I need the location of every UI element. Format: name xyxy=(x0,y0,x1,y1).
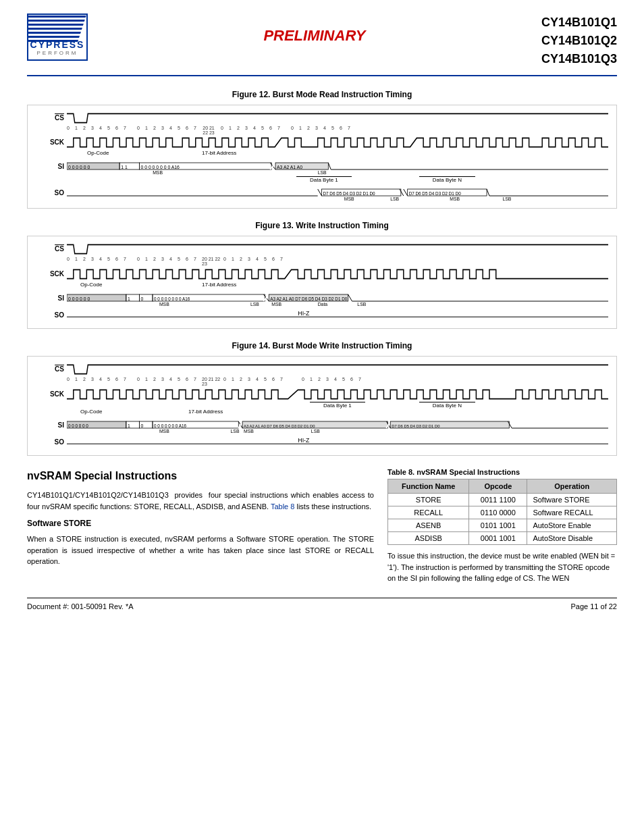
svg-text:Data: Data xyxy=(318,302,328,307)
svg-text:A3 A2 A1 A0 D7 D6 D5 D4 D3 D2 : A3 A2 A1 A0 D7 D6 D5 D4 D3 D2 D1 D0 xyxy=(270,296,348,301)
svg-text:MSB: MSB xyxy=(153,170,163,175)
cell-r0-c0: STORE xyxy=(388,494,469,506)
cell-r1-c2: Software RECALL xyxy=(527,506,617,519)
si-row-fig12: SI 0 0 0 0 0 0 1 1 0 0 0 0 0 0 0 0 A16 xyxy=(36,157,608,175)
figure-13-diagram: CS 01234567 01234567 20 21 22 23 0123456… xyxy=(27,236,617,329)
sck-wave-14 xyxy=(67,387,608,400)
svg-text:LSB: LSB xyxy=(318,170,327,175)
cell-r3-c2: AutoStore Disable xyxy=(527,532,617,545)
table-header-row: Function Name Opcode Operation xyxy=(388,479,617,494)
cs-label-13: CS xyxy=(36,245,67,253)
cell-r3-c0: ASDISB xyxy=(388,532,469,545)
cell-r0-c2: Software STORE xyxy=(527,494,617,506)
cell-r2-c2: AutoStore Enable xyxy=(527,519,617,532)
logo-sub: PERFORM xyxy=(37,50,78,56)
sck-label: SCK xyxy=(36,138,67,146)
svg-text:0 0 0 0 0 0 0 0 A16: 0 0 0 0 0 0 0 0 A16 xyxy=(154,296,190,301)
table8-link[interactable]: Table 8 xyxy=(271,502,294,511)
preliminary-label: PRELIMINARY xyxy=(88,14,541,45)
table8-caption: Table 8. nvSRAM Special Instructions xyxy=(387,468,617,476)
figure-14-caption: Figure 14. Burst Mode Write Instruction … xyxy=(27,341,617,350)
figure-14-diagram: CS 01234567 01234567 20 21 22 23 0123456… xyxy=(27,356,617,456)
cs-label-14: CS xyxy=(36,365,67,373)
si-row-fig13: SI 0 0 0 0 0 0 1 0 0 0 0 0 0 0 0 0 A16 xyxy=(36,289,608,307)
cs-row-fig12: CS xyxy=(36,111,608,124)
table-row: RECALL0110 0000Software RECALL xyxy=(388,506,617,519)
table-note: To issue this instruction, the device mu… xyxy=(387,550,617,584)
part-numbers: CY14B101Q1 CY14B101Q2 CY14B101Q3 xyxy=(541,14,617,68)
so-wave-13: HI-Z xyxy=(67,308,608,321)
svg-text:0  0  0  0  0  0: 0 0 0 0 0 0 xyxy=(68,296,90,301)
page-number: Page 11 of 22 xyxy=(570,602,617,610)
so-row-fig14: SO HI-Z xyxy=(36,435,608,448)
col-operation: Operation xyxy=(527,479,617,494)
left-text-area: nvSRAM Special Instructions CY14B101Q1/C… xyxy=(27,468,374,584)
svg-text:D7 D6 D5 D4 D3 D2 D1 D0: D7 D6 D5 D4 D3 D2 D1 D0 xyxy=(392,424,440,428)
figure-12-diagram: CS 01234567 01234567 20 21 22 23 0123456… xyxy=(27,105,617,209)
svg-text:LSB: LSB xyxy=(231,429,240,434)
svg-text:0 0 0 0 0 0 0 0 A16: 0 0 0 0 0 0 0 0 A16 xyxy=(141,165,180,170)
svg-text:D7 D6 D5 D4 D3 D2 D1 D0: D7 D6 D5 D4 D3 D2 D1 D0 xyxy=(409,191,462,196)
so-wave-14: HI-Z xyxy=(67,435,608,448)
si-wave: 0 0 0 0 0 0 1 1 0 0 0 0 0 0 0 0 A16 A3 A… xyxy=(67,157,608,175)
si-label-14: SI xyxy=(36,421,67,429)
bottom-section: nvSRAM Special Instructions CY14B101Q1/C… xyxy=(27,468,617,584)
numbers-fig12: 01234567 01234567 20 21 22 23 01234567 0… xyxy=(67,126,608,135)
part-number-1: CY14B101Q1 xyxy=(541,14,617,32)
cell-r0-c1: 0011 1100 xyxy=(469,494,527,506)
si-label-13: SI xyxy=(36,294,67,302)
data-byte-annotation: Data Byte 1 Data Byte N xyxy=(67,176,608,183)
sck-row-fig13: SCK xyxy=(36,267,608,280)
svg-text:1  1: 1 1 xyxy=(121,165,128,170)
svg-text:0  0  0  0  0  0: 0 0 0 0 0 0 xyxy=(68,165,90,170)
table-row: ASDISB0001 1001AutoStore Disable xyxy=(388,532,617,545)
part-number-2: CY14B101Q2 xyxy=(541,32,617,50)
svg-text:0: 0 xyxy=(141,296,144,301)
cs-row-fig14: CS xyxy=(36,362,608,375)
cs-wave xyxy=(67,111,608,124)
svg-line-21 xyxy=(404,189,408,196)
figure-14: Figure 14. Burst Mode Write Instruction … xyxy=(27,341,617,456)
so-wave: D7 D6 D5 D4 D3 D2 D1 D0 D7 D6 D5 D4 D3 D… xyxy=(67,184,608,201)
svg-text:1: 1 xyxy=(128,423,130,428)
svg-text:HI-Z: HI-Z xyxy=(298,437,309,444)
logo-stripes xyxy=(28,15,86,42)
cs-label: CS xyxy=(36,114,67,122)
svg-line-24 xyxy=(487,189,489,196)
svg-line-12 xyxy=(328,163,331,170)
sw-store-heading: Software STORE xyxy=(27,517,374,529)
so-label-14: SO xyxy=(36,438,67,446)
page-footer: Document #: 001-50091 Rev. *A Page 11 of… xyxy=(27,598,617,610)
table8-area: Table 8. nvSRAM Special Instructions Fun… xyxy=(387,468,617,584)
nvsram-heading: nvSRAM Special Instructions xyxy=(27,468,374,484)
figure-12: Figure 12. Burst Mode Read Instruction T… xyxy=(27,90,617,209)
cs-wave-14 xyxy=(67,362,608,375)
sck-row-fig12: SCK xyxy=(36,135,608,149)
so-label-13: SO xyxy=(36,311,67,319)
svg-text:MSB: MSB xyxy=(271,302,281,307)
cell-r1-c1: 0110 0000 xyxy=(469,506,527,519)
svg-text:MSB: MSB xyxy=(159,429,169,434)
logo-area: CYPRESS PERFORM xyxy=(27,14,88,61)
si-row-fig14: SI 0 0 0 0 0 0 1 0 0 0 0 0 0 0 0 A16 xyxy=(36,416,608,434)
svg-text:LSB: LSB xyxy=(357,302,366,307)
sck-wave xyxy=(67,135,608,149)
col-opcode: Opcode xyxy=(469,479,527,494)
labels-row-fig14: Op-Code 17-bit Address xyxy=(67,409,608,415)
so-label: SO xyxy=(36,189,67,197)
svg-line-45 xyxy=(348,294,352,301)
cell-r2-c1: 0101 1001 xyxy=(469,519,527,532)
sck-row-fig14: SCK xyxy=(36,387,608,400)
doc-number: Document #: 001-50091 Rev. *A xyxy=(27,602,134,610)
logo-text: CYPRESS xyxy=(30,39,85,50)
svg-text:0: 0 xyxy=(141,423,144,428)
svg-text:MSB: MSB xyxy=(344,197,354,201)
page-header: CYPRESS PERFORM PRELIMINARY CY14B101Q1 C… xyxy=(27,14,617,76)
svg-text:A3 A2 A1 A0 D7 D6 D5 D4 D3 D2 : A3 A2 A1 A0 D7 D6 D5 D4 D3 D2 D1 D0 xyxy=(244,424,315,428)
svg-text:MSB: MSB xyxy=(159,302,169,307)
sck-label-14: SCK xyxy=(36,390,67,398)
cypress-logo: CYPRESS PERFORM xyxy=(27,14,88,61)
svg-text:0  0  0  0  0  0: 0 0 0 0 0 0 xyxy=(68,423,88,428)
table-row: ASENB0101 1001AutoStore Enable xyxy=(388,519,617,532)
cs-row-fig13: CS xyxy=(36,242,608,255)
